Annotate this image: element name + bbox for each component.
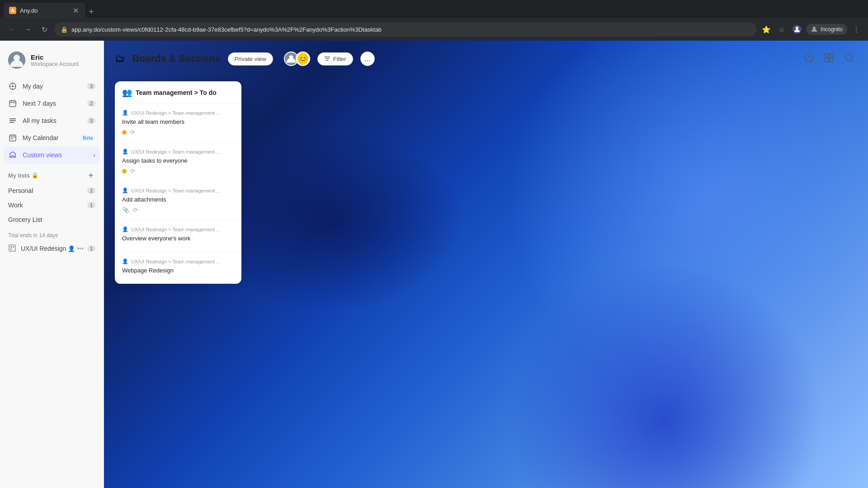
header-avatar-2: 😊 xyxy=(296,52,310,66)
forward-button[interactable]: → xyxy=(22,23,34,36)
task-path-icon-2: 👤 xyxy=(122,188,128,193)
reload-button[interactable]: ↻ xyxy=(38,23,51,36)
svg-rect-39 xyxy=(830,58,833,62)
task-path-2: 👤 UX/UI Redesign > Team management ... xyxy=(122,188,234,193)
tab-title: Any.do xyxy=(20,7,68,14)
svg-rect-24 xyxy=(9,245,15,251)
add-list-button[interactable]: + xyxy=(86,171,95,180)
search-icon[interactable] xyxy=(841,50,857,66)
browser-toolbar: ← → ↻ 🔒 app.any.do/custom-views/c0fd0112… xyxy=(0,18,868,41)
project-more-button[interactable]: ••• xyxy=(77,245,84,252)
task-title-2: Add attachments xyxy=(122,196,234,203)
sidebar-item-grocery-list[interactable]: Grocery List xyxy=(0,212,104,227)
private-view-button[interactable]: Private view xyxy=(228,52,273,66)
incognito-badge: Incognito xyxy=(806,24,847,35)
task-item-4[interactable]: 👤 UX/UI Redesign > Team management ... W… xyxy=(115,252,241,284)
task-item-3[interactable]: 👤 UX/UI Redesign > Team management ... O… xyxy=(115,220,241,252)
svg-rect-11 xyxy=(9,101,16,107)
svg-rect-38 xyxy=(825,58,829,62)
sidebar-item-my-day[interactable]: My day 3 xyxy=(0,78,104,95)
priority-dot-1 xyxy=(122,169,127,174)
svg-rect-16 xyxy=(9,120,16,121)
avatar[interactable] xyxy=(8,52,25,69)
extensions-icon[interactable]: ⭐ xyxy=(760,23,773,36)
sidebar-item-personal[interactable]: Personal 2 xyxy=(0,183,104,198)
address-text: app.any.do/custom-views/c0fd0112-2cfa-48… xyxy=(71,26,382,33)
my-day-icon xyxy=(8,82,17,91)
task-path-icon-1: 👤 xyxy=(122,149,128,155)
svg-rect-22 xyxy=(11,138,12,139)
svg-rect-37 xyxy=(830,54,833,57)
svg-line-41 xyxy=(851,60,854,62)
my-day-label: My day xyxy=(23,83,43,90)
my-lists-header: My lists 🔒 + xyxy=(0,164,104,183)
svg-rect-36 xyxy=(825,54,829,57)
tab-close-btn[interactable]: ✕ xyxy=(71,6,80,14)
svg-point-1 xyxy=(796,27,798,29)
task-title-1: Assign tasks to everyone xyxy=(122,157,234,164)
custom-views-label: Custom views xyxy=(23,151,62,159)
profile-icon[interactable] xyxy=(791,23,803,36)
project-icon xyxy=(8,244,17,253)
project-member-icon: 👤 xyxy=(68,245,75,252)
task-title-3: Overview everyone's work xyxy=(122,235,234,242)
project-name: UX/UI Redesign xyxy=(21,245,66,252)
task-item-2[interactable]: 👤 UX/UI Redesign > Team management ... A… xyxy=(115,181,241,220)
active-tab[interactable]: A Any.do ✕ xyxy=(4,3,85,18)
my-day-badge: 3 xyxy=(87,83,95,89)
new-tab-button[interactable]: + xyxy=(85,5,98,18)
sidebar-item-next-7-days[interactable]: Next 7 days 2 xyxy=(0,95,104,112)
sidebar-item-calendar[interactable]: My Calendar Beta xyxy=(0,129,104,146)
task-path-icon-0: 👤 xyxy=(122,110,128,116)
svg-rect-17 xyxy=(9,122,14,123)
lock-icon: 🔒 xyxy=(32,172,38,178)
app: Eric Workspace Account My day 3 Next 7 d… xyxy=(0,41,868,488)
tab-favicon: A xyxy=(9,7,16,14)
repeat-icon-2: ⟳ xyxy=(133,206,138,213)
next-7-days-label: Next 7 days xyxy=(23,100,56,107)
calendar-badge: Beta xyxy=(80,135,95,141)
project-badge: 1 xyxy=(87,245,95,252)
custom-views-arrow: › xyxy=(93,151,95,159)
task-item-1[interactable]: 👤 UX/UI Redesign > Team management ... A… xyxy=(115,142,241,181)
task-path-4: 👤 UX/UI Redesign > Team management ... xyxy=(122,258,234,264)
card-header-text: Team management > To do xyxy=(136,89,217,96)
svg-rect-23 xyxy=(12,138,13,139)
trial-text: Trial ends in 14 days xyxy=(8,232,58,239)
lock-icon: 🔒 xyxy=(61,26,68,33)
task-path-1: 👤 UX/UI Redesign > Team management ... xyxy=(122,149,234,155)
all-tasks-label: All my tasks xyxy=(23,117,57,124)
priority-dot-0 xyxy=(122,130,127,135)
task-item-0[interactable]: 👤 UX/UI Redesign > Team management ... I… xyxy=(115,103,241,142)
svg-point-6 xyxy=(12,85,14,87)
filter-button[interactable]: Filter xyxy=(317,52,353,66)
layout-icon[interactable] xyxy=(821,50,837,66)
repeat-icon-1: ⟳ xyxy=(130,168,135,174)
svg-rect-18 xyxy=(9,135,16,141)
personal-label: Personal xyxy=(8,187,33,194)
task-path-icon-4: 👤 xyxy=(122,258,128,264)
sidebar-item-custom-views[interactable]: Custom views › xyxy=(4,146,100,164)
card-header-icon: 👥 xyxy=(122,88,132,98)
clock-icon[interactable] xyxy=(801,50,817,66)
more-menu-icon[interactable]: ⋮ xyxy=(850,23,863,36)
bookmark-icon[interactable]: ☆ xyxy=(775,23,788,36)
sidebar-item-work[interactable]: Work 1 xyxy=(0,198,104,212)
top-right-icons xyxy=(801,50,857,66)
task-path-3: 👤 UX/UI Redesign > Team management ... xyxy=(122,226,234,232)
calendar-icon xyxy=(8,133,17,142)
back-button[interactable]: ← xyxy=(5,23,18,36)
svg-point-40 xyxy=(845,54,852,61)
task-path-icon-3: 👤 xyxy=(122,226,128,232)
sidebar-item-all-tasks[interactable]: All my tasks 3 xyxy=(0,112,104,129)
next-7-days-badge: 2 xyxy=(87,100,95,107)
custom-views-icon xyxy=(8,150,17,160)
header-more-button[interactable]: ... xyxy=(360,52,375,66)
user-subtitle: Workspace Account xyxy=(31,61,79,67)
svg-rect-26 xyxy=(13,246,14,248)
address-bar[interactable]: 🔒 app.any.do/custom-views/c0fd0112-2cfa-… xyxy=(54,22,756,37)
boards-sections-icon: 🗂 xyxy=(115,53,125,65)
attach-icon-2: 📎 xyxy=(122,206,129,213)
sidebar-item-project[interactable]: UX/UI Redesign 👤 ••• 1 xyxy=(0,240,104,257)
task-card: 👥 Team management > To do 👤 UX/UI Redesi… xyxy=(115,81,241,284)
